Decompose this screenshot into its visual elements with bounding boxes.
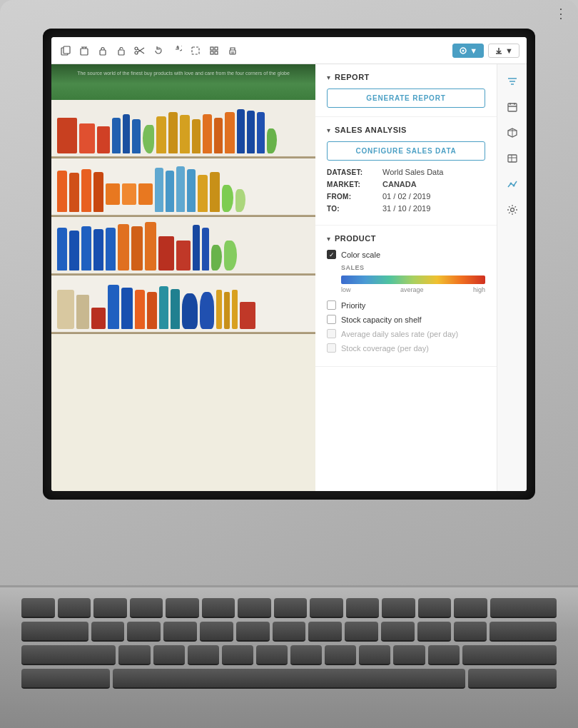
shelf-row-4 — [51, 275, 315, 334]
priority-label: Priority — [341, 301, 365, 310]
product — [93, 172, 103, 212]
scissors-icon[interactable] — [133, 44, 147, 58]
from-row: FROM: 01 / 02 / 2019 — [327, 192, 485, 201]
stock-capacity-checkbox[interactable] — [327, 315, 336, 324]
product — [187, 169, 196, 212]
key — [273, 622, 306, 642]
product — [81, 226, 91, 271]
key — [454, 622, 487, 642]
calendar-icon-btn[interactable] — [501, 96, 524, 118]
sales-analysis-header[interactable]: ▾ SALES ANALYSIS — [327, 126, 485, 134]
cube-icon-btn[interactable] — [501, 121, 524, 144]
product — [156, 116, 166, 153]
product — [108, 285, 119, 329]
key — [130, 598, 163, 618]
svg-rect-7 — [118, 50, 124, 55]
key — [118, 645, 150, 665]
key — [93, 598, 127, 618]
sales-scale-label: SALES — [341, 264, 485, 271]
key — [256, 645, 288, 665]
right-panel: ▾ REPORT GENERATE REPORT ▾ SALES ANALYSI… — [315, 64, 527, 491]
product-section-header[interactable]: ▾ PRODUCT — [327, 234, 485, 243]
priority-checkbox[interactable] — [327, 300, 336, 310]
frame-icon[interactable] — [188, 44, 203, 58]
key — [290, 645, 322, 665]
color-scale-row: Color scale — [327, 250, 485, 259]
shelf-top-green: The source world of the finest buy produ… — [51, 64, 315, 103]
sales-scale-container: SALES low average high — [327, 264, 485, 293]
print-icon[interactable] — [225, 44, 240, 58]
avg-daily-checkbox — [327, 329, 336, 338]
product — [216, 290, 222, 329]
key — [417, 622, 451, 642]
product — [180, 115, 190, 153]
shelf-row-3 — [51, 217, 315, 275]
product — [138, 183, 153, 205]
configure-sales-data-button[interactable]: CONFIGURE SALES DATA — [327, 141, 485, 161]
sales-analysis-section: ▾ SALES ANALYSIS CONFIGURE SALES DATA Da… — [315, 117, 497, 226]
product — [57, 290, 74, 329]
key — [310, 598, 343, 618]
svg-point-36 — [512, 185, 514, 187]
product — [176, 166, 185, 212]
rotate-left-icon[interactable] — [151, 44, 166, 58]
key — [202, 598, 235, 618]
product-section-title: PRODUCT — [335, 234, 376, 243]
keyboard — [0, 585, 578, 728]
key — [359, 645, 390, 665]
view-toggle-btn[interactable]: ▼ — [452, 44, 484, 58]
key-return — [490, 622, 557, 642]
gear-icon-btn[interactable] — [501, 198, 524, 221]
product-section: ▾ PRODUCT Color scale SALES — [315, 226, 497, 367]
copy-icon[interactable] — [59, 44, 73, 58]
lock-icon[interactable] — [96, 44, 110, 58]
stock-coverage-label: Stock coverage (per day) — [341, 344, 429, 353]
stock-capacity-row: Stock capacity on shelf — [327, 315, 485, 324]
product — [106, 228, 116, 271]
main-content: The source world of the finest buy produ… — [51, 64, 527, 491]
laptop-body: ⋮ — [0, 0, 578, 728]
key — [236, 622, 270, 642]
market-label: MARKET: — [327, 181, 377, 188]
product — [81, 169, 91, 212]
from-label: FROM: — [327, 193, 377, 201]
svg-rect-13 — [211, 47, 213, 50]
product — [232, 290, 238, 329]
table-icon-btn[interactable] — [501, 147, 524, 170]
product — [182, 293, 198, 329]
chart-icon-btn[interactable] — [501, 173, 524, 196]
svg-rect-16 — [215, 51, 218, 54]
key — [346, 598, 380, 618]
rotate-right-icon[interactable] — [170, 44, 184, 58]
screen: ▼ ▼ — [51, 37, 527, 491]
report-section-header[interactable]: ▾ REPORT — [327, 73, 485, 81]
generate-report-button[interactable]: GENERATE REPORT — [327, 89, 485, 108]
product — [143, 125, 154, 153]
key — [91, 622, 125, 642]
key-shift-l — [21, 669, 110, 689]
color-scale-checkbox[interactable] — [327, 250, 336, 259]
shelf-row-1 — [51, 100, 315, 158]
product — [202, 228, 209, 271]
report-section: ▾ REPORT GENERATE REPORT — [315, 64, 497, 117]
delete-icon[interactable] — [77, 44, 91, 58]
key-backspace — [490, 598, 557, 618]
download-toggle-btn[interactable]: ▼ — [488, 44, 519, 58]
svg-point-9 — [135, 51, 138, 54]
grid-icon[interactable] — [207, 44, 221, 58]
key — [454, 598, 487, 618]
scale-avg-label: average — [400, 286, 424, 293]
product — [224, 241, 237, 271]
key — [418, 598, 452, 618]
key — [200, 622, 233, 642]
sales-section-title: SALES ANALYSIS — [335, 126, 407, 134]
filter-icon-btn[interactable] — [501, 70, 524, 93]
unlock-icon[interactable] — [114, 44, 128, 58]
settings-panel: ▾ REPORT GENERATE REPORT ▾ SALES ANALYSI… — [315, 64, 497, 491]
product — [123, 114, 130, 153]
three-dots-menu[interactable]: ⋮ — [554, 7, 567, 20]
dataset-value: World Sales Data — [382, 168, 443, 176]
product — [93, 229, 103, 271]
toolbar-right: ▼ ▼ — [452, 44, 519, 58]
product — [131, 226, 143, 271]
